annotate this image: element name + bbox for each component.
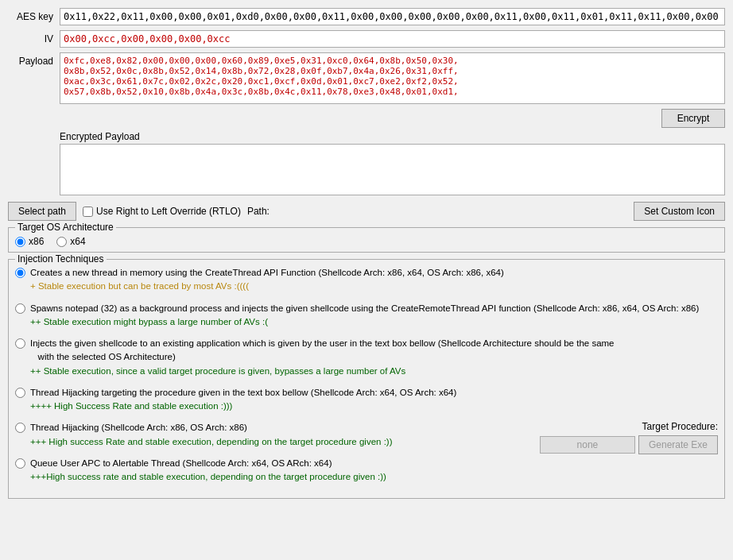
injection-radio-6[interactable] [15,458,25,469]
rtlo-checkbox-label: Use Right to Left Override (RTLO) [96,206,241,217]
inject-note-6: +++High success rate and stable executio… [30,472,386,481]
injection-text-5: Thread Hijacking (Shellcode Arch: x86, O… [30,421,393,449]
injection-techniques-group: Injection Techniques Creates a new threa… [8,259,725,499]
iv-input[interactable] [60,30,725,48]
inject-note-4: ++++ High Success Rate and stable execut… [30,401,232,411]
encrypted-payload-section: Encrypted Payload [8,131,725,195]
main-container: AES key IV Payload Encrypt Encrypted Pay… [0,0,733,560]
arch-x64-label[interactable]: x64 [56,236,85,247]
inject-desc-5: Thread Hijacking (Shellcode Arch: x86, O… [30,423,247,432]
injection-radio-4[interactable] [15,388,25,398]
generate-exe-button[interactable]: Generate Exe [638,435,718,454]
injection-option-5: Thread Hijacking (Shellcode Arch: x86, O… [15,421,527,449]
payload-label: Payload [8,52,60,67]
inject-note-2: ++ Stable execution might bypass a large… [30,317,268,326]
inject-note-3: ++ Stable execution, since a valid targe… [30,366,405,376]
injection-radio-3[interactable] [15,338,25,349]
injection-option-2: Spawns notepad (32) as a background proc… [15,302,718,330]
encrypt-button[interactable]: Encrypt [661,109,725,128]
inject-note-1: + Stable execution but can be traced by … [30,281,249,291]
injection-option-6: Queue User APC to Alertable Thread (Shel… [15,457,718,485]
select-path-button[interactable]: Select path [8,202,76,221]
inject-desc-2: Spawns notepad (32) as a background proc… [30,303,699,313]
encrypt-row: Encrypt [8,109,725,128]
inject-desc-3: Injects the given shellcode to an existi… [30,338,615,361]
set-custom-icon-button[interactable]: Set Custom Icon [634,202,725,221]
injection-title: Injection Techniques [15,253,107,265]
rtlo-checkbox[interactable] [83,207,93,217]
injection-option-4: Thread Hijacking targeting the procedure… [15,386,718,414]
inject-desc-6: Queue User APC to Alertable Thread (Shel… [30,458,332,468]
arch-x86-label[interactable]: x86 [15,236,44,247]
injection-option-1: Creates a new thread in memory using the… [15,266,718,294]
arch-x64-radio[interactable] [56,237,67,247]
target-os-group: Target OS Architecture x86 x64 [8,227,725,253]
target-procedure-label: Target Procedure: [642,421,718,432]
path-row: Select path Use Right to Left Override (… [8,202,725,221]
inject-desc-4: Thread Hijacking targeting the procedure… [30,388,456,397]
injection-radio-2[interactable] [15,303,25,314]
arch-x86-text: x86 [29,236,44,247]
arch-x64-text: x64 [70,236,85,247]
encrypted-payload-textarea[interactable] [60,144,725,195]
injection-option-3: Injects the given shellcode to an existi… [15,337,718,378]
target-os-title: Target OS Architecture [15,222,116,233]
target-procedure-input[interactable] [540,436,635,454]
target-procedure-section: Target Procedure: Generate Exe [540,421,718,454]
path-label-text: Path: [247,206,270,217]
injection-radio-5[interactable] [15,423,25,433]
injection-text-2: Spawns notepad (32) as a background proc… [30,302,699,330]
arch-radio-row: x86 x64 [15,236,718,247]
inject-desc-1: Creates a new thread in memory using the… [30,268,504,277]
iv-label: IV [8,30,60,44]
arch-x86-radio[interactable] [15,237,25,247]
injection-text-6: Queue User APC to Alertable Thread (Shel… [30,457,386,485]
inject-note-5: +++ High success Rate and stable executi… [30,437,393,446]
injection-text-4: Thread Hijacking targeting the procedure… [30,386,456,414]
injection-radio-1[interactable] [15,268,25,278]
iv-row: IV [8,30,725,48]
encrypted-payload-label: Encrypted Payload [60,131,725,142]
payload-textarea[interactable] [60,52,725,104]
injection-text-1: Creates a new thread in memory using the… [30,266,504,294]
payload-row: Payload [8,52,725,104]
rtlo-label[interactable]: Use Right to Left Override (RTLO) [83,206,241,217]
injection-text-3: Injects the given shellcode to an existi… [30,337,615,378]
aes-key-row: AES key [8,8,725,25]
aes-key-input[interactable] [60,8,725,25]
aes-key-label: AES key [8,8,60,22]
